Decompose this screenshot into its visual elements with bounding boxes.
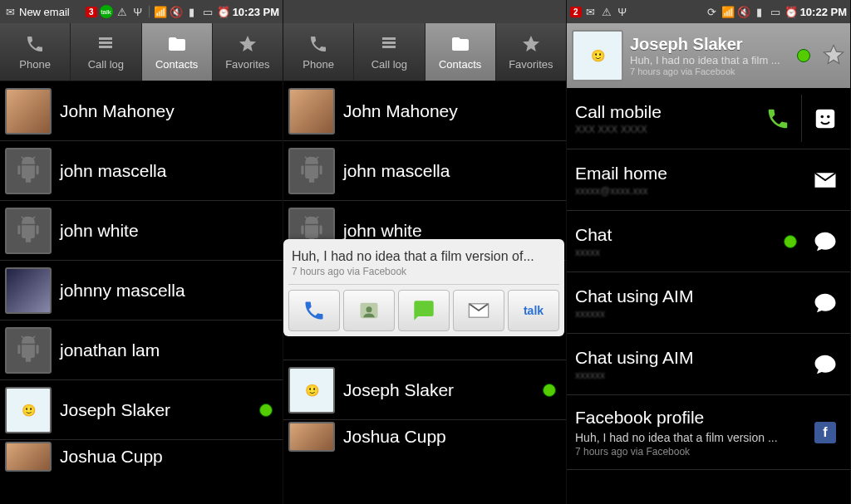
usb-icon: Ψ: [616, 5, 629, 18]
avatar[interactable]: [5, 442, 52, 472]
avatar[interactable]: 🙂: [5, 387, 52, 433]
quick-contact-popup: Huh, I had no idea that a film version o…: [283, 239, 564, 336]
chat-icon[interactable]: [809, 286, 842, 320]
notification-badge: 2: [570, 7, 582, 17]
warning-icon: ⚠: [600, 5, 613, 18]
tab-phone[interactable]: Phone: [0, 23, 71, 81]
avatar[interactable]: 🙂: [572, 30, 623, 81]
contact-row[interactable]: John Mahoney: [0, 81, 283, 141]
contact-row[interactable]: 🙂Joseph Slaker: [0, 380, 283, 440]
battery-icon: ▭: [769, 5, 782, 18]
favorite-star-icon[interactable]: [822, 43, 845, 69]
action-chat-aim[interactable]: Chat using AIMxxxxxx: [567, 272, 850, 334]
action-chat[interactable]: Chatxxxxx: [567, 211, 850, 272]
contact-row[interactable]: 🙂Joseph Slaker: [283, 360, 566, 420]
popup-status-meta: 7 hours ago via Facebook: [292, 266, 556, 277]
contacts-list[interactable]: John Mahoney john mascella john white 🙂J…: [283, 81, 566, 504]
avatar[interactable]: [5, 208, 52, 254]
sync-icon: ⟳: [706, 5, 719, 18]
tab-call-log[interactable]: Call log: [354, 23, 425, 81]
action-email-home[interactable]: Email homexxxxx@xxxx.xxx: [567, 149, 850, 211]
tab-contacts[interactable]: Contacts: [426, 23, 496, 81]
status-text: New email: [19, 6, 70, 18]
notification-badge: 3: [86, 7, 97, 17]
fb-status-meta: 7 hours ago via Facebook: [575, 446, 802, 458]
fb-status-message: Huh, I had no idea that a film version .…: [575, 431, 802, 444]
avatar[interactable]: [5, 88, 52, 135]
popup-action-email[interactable]: [453, 290, 504, 331]
facebook-icon[interactable]: f: [809, 416, 842, 449]
popup-action-sms[interactable]: [398, 290, 450, 331]
presence-indicator: [797, 49, 810, 62]
tab-favorites[interactable]: Favorites: [213, 23, 283, 81]
chat-icon[interactable]: [809, 348, 842, 381]
usb-icon: Ψ: [131, 5, 145, 18]
action-chat-aim[interactable]: Chat using AIMxxxxxx: [567, 334, 850, 395]
contact-row[interactable]: john mascella: [0, 141, 283, 201]
contact-row[interactable]: John Mahoney: [283, 81, 566, 141]
status-bar: 2 ✉ ⚠ Ψ ⟳ 📶 🔇 ▮ ▭ ⏰ 10:22 PM: [567, 0, 850, 23]
contact-row[interactable]: john white: [0, 201, 283, 261]
clock: 10:23 PM: [233, 6, 279, 18]
gmail-icon: ✉: [584, 5, 598, 18]
status-bar: [283, 0, 566, 23]
contact-row[interactable]: jonathan lam: [0, 321, 283, 380]
contact-row[interactable]: johnny mascella: [0, 261, 283, 321]
wifi-icon: 📶: [154, 5, 167, 18]
wifi-icon: 📶: [721, 5, 735, 18]
contact-row[interactable]: john mascella: [283, 141, 566, 201]
popup-status-message: Huh, I had no idea that a film version o…: [292, 249, 556, 264]
status-bar: ✉ New email 3 talk ⚠ Ψ 📶 🔇 ▮ ▭ ⏰ 10:23 P…: [0, 0, 283, 23]
contact-actions-list: Call mobileXXX XXX XXXX Email homexxxxx@…: [567, 88, 850, 504]
battery-icon: ▭: [201, 5, 214, 18]
sms-icon[interactable]: [809, 102, 842, 135]
contact-detail-header: 🙂 Joseph Slaker Huh, I had no idea that …: [567, 23, 850, 88]
tab-bar: Phone Call log Contacts Favorites: [0, 23, 283, 81]
signal-icon: ▮: [753, 5, 766, 18]
tab-call-log[interactable]: Call log: [71, 23, 141, 81]
mail-icon[interactable]: [809, 164, 842, 197]
tab-favorites[interactable]: Favorites: [496, 23, 566, 81]
alarm-icon: ⏰: [785, 5, 798, 18]
popup-action-talk[interactable]: talk: [508, 290, 559, 331]
avatar[interactable]: [288, 422, 335, 452]
alarm-icon: ⏰: [217, 5, 230, 18]
silent-icon: 🔇: [737, 5, 750, 18]
avatar[interactable]: [288, 88, 335, 135]
signal-icon: ▮: [185, 5, 199, 18]
gmail-icon: ✉: [3, 5, 17, 18]
avatar[interactable]: [5, 327, 52, 374]
contact-name: Joseph Slaker: [630, 35, 790, 54]
chat-icon[interactable]: [809, 225, 842, 258]
clock: 10:22 PM: [800, 6, 847, 18]
action-facebook-profile[interactable]: Facebook profile Huh, I had no idea that…: [567, 395, 850, 470]
popup-action-contact[interactable]: [343, 290, 395, 331]
avatar[interactable]: 🙂: [288, 367, 335, 413]
presence-indicator: [784, 235, 797, 248]
popup-action-call[interactable]: [288, 290, 340, 331]
tab-contacts[interactable]: Contacts: [142, 23, 213, 81]
contact-row[interactable]: Joshua Cupp: [283, 420, 566, 453]
silent-icon: 🔇: [170, 5, 183, 18]
warning-icon: ⚠: [116, 5, 129, 18]
tab-bar: Phone Call log Contacts Favorites: [283, 23, 566, 81]
presence-indicator: [259, 404, 273, 417]
avatar[interactable]: [288, 148, 335, 194]
tab-phone[interactable]: Phone: [283, 23, 354, 81]
screen-contacts-list-1: ✉ New email 3 talk ⚠ Ψ 📶 🔇 ▮ ▭ ⏰ 10:23 P…: [0, 0, 283, 504]
avatar[interactable]: [5, 267, 52, 314]
contacts-list[interactable]: John Mahoney john mascella john white jo…: [0, 81, 283, 504]
contact-status-message: Huh, I had no idea that a film ...: [630, 54, 790, 66]
talk-icon: talk: [100, 5, 113, 18]
contact-row[interactable]: Joshua Cupp: [0, 440, 283, 473]
contact-status-meta: 7 hours ago via Facebook: [630, 66, 790, 76]
avatar[interactable]: [5, 148, 52, 194]
screen-contact-detail: 2 ✉ ⚠ Ψ ⟳ 📶 🔇 ▮ ▭ ⏰ 10:22 PM 🙂 Joseph Sl…: [567, 0, 851, 504]
screen-contacts-list-2: Phone Call log Contacts Favorites John M…: [283, 0, 567, 504]
presence-indicator: [543, 384, 556, 397]
action-call-mobile[interactable]: Call mobileXXX XXX XXXX: [567, 88, 850, 149]
call-icon[interactable]: [761, 102, 794, 135]
